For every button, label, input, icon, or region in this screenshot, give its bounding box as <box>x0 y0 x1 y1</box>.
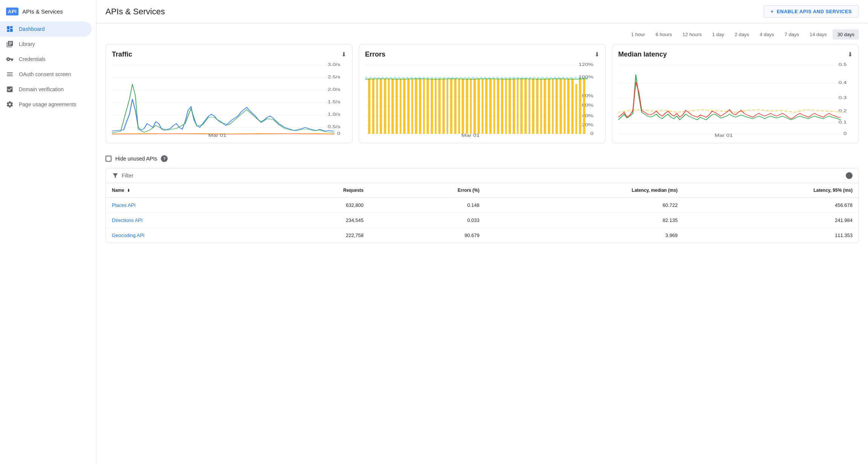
latency-chart-card: Median latency ⬇ 0.5 0.4 0.3 0.2 0.1 0 <box>612 44 859 143</box>
credentials-icon <box>6 55 14 63</box>
svg-text:0: 0 <box>590 132 594 136</box>
latency-median-cell: 60.722 <box>486 198 684 213</box>
svg-text:0.1: 0.1 <box>839 120 847 124</box>
svg-rect-83 <box>579 78 581 134</box>
time-btn-7days[interactable]: 7 days <box>780 29 804 40</box>
api-table-section: Filter ? Name ⬇ Requests Err <box>105 168 859 243</box>
svg-rect-68 <box>520 78 523 134</box>
requests-cell: 222,758 <box>259 228 370 243</box>
page-usage-label: Page usage agreements <box>19 101 76 107</box>
svg-rect-41 <box>415 78 417 134</box>
svg-rect-45 <box>431 78 433 134</box>
svg-rect-48 <box>442 78 445 134</box>
svg-rect-59 <box>485 78 487 134</box>
svg-rect-71 <box>532 78 534 134</box>
col-name: Name ⬇ <box>106 183 259 198</box>
table-row: Geocoding API 222,758 90.679 3.969 111.3… <box>106 228 859 243</box>
svg-rect-58 <box>481 78 483 134</box>
svg-text:Mar 01: Mar 01 <box>715 133 733 137</box>
time-selector: 1 hour 6 hours 12 hours 1 day 2 days 4 d… <box>105 29 859 40</box>
svg-rect-66 <box>513 78 515 134</box>
sidebar-item-oauth[interactable]: OAuth consent screen <box>0 67 92 82</box>
svg-rect-29 <box>368 78 370 134</box>
hide-unused-help-icon[interactable]: ? <box>161 155 168 162</box>
main-content: APIs & Services + ENABLE APIS AND SERVIC… <box>96 0 868 465</box>
sidebar-item-credentials[interactable]: Credentials <box>0 52 92 67</box>
table-row: Places API 632,800 0.148 60.722 456.678 <box>106 198 859 213</box>
latency-chart-container: 0.5 0.4 0.3 0.2 0.1 0 <box>618 61 853 137</box>
traffic-chart-container: 3.0/s 2.5/s 2.0/s 1.5/s 1.0/s 0.5/s 0 <box>112 61 346 137</box>
api-name-cell[interactable]: Directions API <box>106 213 259 228</box>
svg-rect-81 <box>571 78 573 134</box>
sidebar-item-domain[interactable]: Domain verification <box>0 82 92 97</box>
svg-rect-49 <box>446 78 448 134</box>
plus-icon: + <box>771 9 774 14</box>
page-title: APIs & Services <box>105 7 758 17</box>
hide-unused-checkbox[interactable] <box>105 156 112 162</box>
table-row: Directions API 234,545 0.033 82.135 241.… <box>106 213 859 228</box>
svg-text:3.0/s: 3.0/s <box>328 63 341 67</box>
svg-rect-33 <box>384 78 386 134</box>
main-header: APIs & Services + ENABLE APIS AND SERVIC… <box>96 0 868 23</box>
svg-rect-38 <box>403 78 405 134</box>
table-body: Places API 632,800 0.148 60.722 456.678 … <box>106 198 859 243</box>
time-btn-6hours[interactable]: 6 hours <box>651 29 676 40</box>
sidebar-item-library[interactable]: Library <box>0 37 92 52</box>
svg-rect-37 <box>400 78 402 134</box>
svg-rect-32 <box>380 78 382 134</box>
svg-rect-63 <box>501 78 503 134</box>
svg-rect-73 <box>540 78 542 134</box>
time-btn-1day[interactable]: 1 day <box>708 29 729 40</box>
time-btn-2days[interactable]: 2 days <box>730 29 753 40</box>
svg-rect-60 <box>489 78 492 134</box>
errors-download-icon[interactable]: ⬇ <box>594 51 599 58</box>
svg-text:0.4: 0.4 <box>839 81 847 85</box>
latency-95-cell: 456.678 <box>684 198 859 213</box>
svg-text:1.0/s: 1.0/s <box>328 112 341 116</box>
traffic-chart-card: Traffic ⬇ 3.0/s 2.5/s 2.0/s 1.5/s 1.0/s … <box>105 44 353 143</box>
svg-rect-61 <box>494 78 495 134</box>
svg-rect-52 <box>458 78 460 134</box>
svg-text:0.2: 0.2 <box>839 109 847 113</box>
time-btn-1hour[interactable]: 1 hour <box>627 29 649 40</box>
time-btn-14days[interactable]: 14 days <box>805 29 831 40</box>
svg-rect-31 <box>376 78 378 134</box>
svg-text:0.5/s: 0.5/s <box>328 125 341 129</box>
time-btn-4days[interactable]: 4 days <box>755 29 778 40</box>
svg-rect-76 <box>552 78 554 134</box>
sidebar-item-dashboard[interactable]: Dashboard <box>0 21 92 37</box>
content-area: 1 hour 6 hours 12 hours 1 day 2 days 4 d… <box>96 23 868 249</box>
svg-text:0.5: 0.5 <box>839 63 847 67</box>
hide-unused-label[interactable]: Hide unused APIs <box>105 156 157 162</box>
table-help-icon[interactable]: ? <box>846 172 853 179</box>
latency-download-icon[interactable]: ⬇ <box>848 51 853 58</box>
sidebar-item-page-usage[interactable]: Page usage agreements <box>0 97 92 112</box>
svg-rect-74 <box>544 78 546 134</box>
svg-rect-42 <box>419 78 421 134</box>
time-btn-12hours[interactable]: 12 hours <box>678 29 706 40</box>
filter-button[interactable]: Filter <box>112 172 133 179</box>
credentials-label: Credentials <box>19 56 46 62</box>
time-btn-30days[interactable]: 30 days <box>833 29 859 40</box>
domain-label: Domain verification <box>19 86 64 92</box>
svg-rect-64 <box>505 78 507 134</box>
svg-rect-34 <box>388 78 390 134</box>
svg-rect-43 <box>423 78 425 134</box>
api-name-cell[interactable]: Places API <box>106 198 259 213</box>
latency-median-cell: 82.135 <box>486 213 684 228</box>
traffic-download-icon[interactable]: ⬇ <box>341 51 346 58</box>
name-sort-icon[interactable]: ⬇ <box>127 188 130 193</box>
api-logo: API <box>6 8 18 15</box>
enable-apis-button[interactable]: + ENABLE APIS AND SERVICES <box>764 5 859 18</box>
sidebar-logo: API APIs & Services <box>0 3 96 21</box>
svg-rect-84 <box>583 78 585 134</box>
dashboard-icon <box>6 25 14 33</box>
page-usage-icon <box>6 101 14 108</box>
col-requests: Requests <box>259 183 370 198</box>
sidebar: API APIs & Services Dashboard Library Cr… <box>0 0 96 465</box>
api-table: Name ⬇ Requests Errors (%) Latency, medi… <box>106 183 859 243</box>
svg-rect-36 <box>396 78 398 134</box>
api-name-cell[interactable]: Geocoding API <box>106 228 259 243</box>
errors-cell: 0.148 <box>370 198 486 213</box>
requests-cell: 632,800 <box>259 198 370 213</box>
